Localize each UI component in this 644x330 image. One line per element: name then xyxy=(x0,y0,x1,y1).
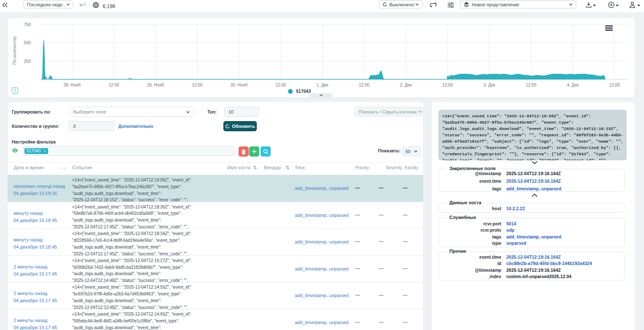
svg-text:750: 750 xyxy=(24,22,31,27)
svg-text:3. Дек: 3. Дек xyxy=(484,83,495,87)
svg-text:12:00: 12:00 xyxy=(442,83,453,87)
svg-text:12:00: 12:00 xyxy=(609,83,620,87)
svg-text:12:00: 12:00 xyxy=(109,83,119,87)
svg-text:12:00: 12:00 xyxy=(275,83,286,87)
svg-text:30. Нояб: 30. Нояб xyxy=(231,83,248,87)
svg-text:29. Нояб: 29. Нояб xyxy=(147,83,164,87)
svg-text:2. Дек: 2. Дек xyxy=(400,83,412,87)
svg-text:4. Дек: 4. Дек xyxy=(567,83,579,87)
svg-text:12:00: 12:00 xyxy=(192,83,203,87)
svg-text:500: 500 xyxy=(24,41,31,45)
svg-text:250: 250 xyxy=(24,59,31,64)
svg-text:1. Дек: 1. Дек xyxy=(317,83,329,87)
svg-text:12:00: 12:00 xyxy=(526,83,536,87)
svg-text:12:00: 12:00 xyxy=(359,83,370,87)
svg-text:28. Нояб: 28. Нояб xyxy=(63,83,81,87)
